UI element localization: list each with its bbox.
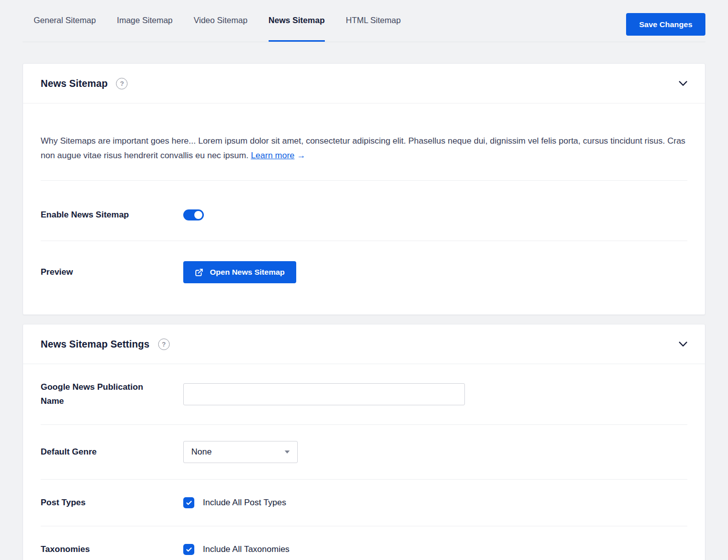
- include-all-post-types-label[interactable]: Include All Post Types: [203, 498, 286, 508]
- default-genre-select[interactable]: None: [183, 441, 298, 463]
- include-all-taxonomies-checkbox[interactable]: [183, 544, 194, 555]
- setting-row-post-types: Post Types Include All Post Types: [41, 480, 687, 526]
- post-types-label: Post Types: [41, 496, 183, 510]
- tab-video-sitemap[interactable]: Video Sitemap: [194, 0, 248, 42]
- sitemap-description: Why Sitemaps are important goes here... …: [41, 112, 687, 181]
- card-title: News Sitemap: [41, 78, 107, 89]
- toggle-knob: [194, 211, 202, 219]
- publication-name-label: Google News Publication Name: [41, 380, 183, 408]
- open-news-sitemap-button-label: Open News Sitemap: [210, 268, 285, 277]
- enable-news-sitemap-label: Enable News Sitemap: [41, 208, 183, 222]
- tab-news-sitemap[interactable]: News Sitemap: [269, 0, 325, 42]
- default-genre-selected-value: None: [191, 447, 212, 457]
- enable-news-sitemap-toggle[interactable]: [183, 209, 204, 220]
- description-text: Why Sitemaps are important goes here... …: [41, 136, 685, 160]
- tab-html-sitemap[interactable]: HTML Sitemap: [346, 0, 401, 42]
- setting-row-default-genre: Default Genre None: [41, 425, 687, 480]
- check-icon: [186, 546, 192, 553]
- news-sitemap-card-header: News Sitemap ?: [23, 64, 705, 103]
- tab-general-sitemap[interactable]: General Sitemap: [34, 0, 96, 42]
- save-changes-button[interactable]: Save Changes: [626, 13, 705, 36]
- default-genre-label: Default Genre: [41, 445, 183, 459]
- open-news-sitemap-button[interactable]: Open News Sitemap: [183, 261, 296, 283]
- card-title: News Sitemap Settings: [41, 339, 150, 350]
- publication-name-input[interactable]: [183, 383, 465, 405]
- preview-row: Preview Open News Sitemap: [41, 241, 687, 314]
- settings-card-body: Google News Publication Name Default Gen…: [23, 364, 705, 560]
- news-sitemap-card-body: Why Sitemaps are important goes here... …: [23, 112, 705, 314]
- sitemap-tabs: General Sitemap Image Sitemap Video Site…: [23, 0, 705, 42]
- setting-row-publication-name: Google News Publication Name: [41, 364, 687, 425]
- taxonomies-label: Taxonomies: [41, 542, 183, 556]
- learn-more-link[interactable]: Learn more: [251, 151, 295, 160]
- news-sitemap-settings-card: News Sitemap Settings ? Google News Publ…: [23, 324, 705, 560]
- chevron-down-icon[interactable]: [679, 81, 687, 86]
- settings-card-header: News Sitemap Settings ?: [23, 324, 705, 364]
- page-container: General Sitemap Image Sitemap Video Site…: [0, 0, 728, 560]
- enable-news-sitemap-row: Enable News Sitemap: [41, 189, 687, 241]
- preview-label: Preview: [41, 265, 183, 279]
- news-sitemap-card: News Sitemap ? Why Sitemaps are importan…: [23, 63, 705, 315]
- include-all-taxonomies-label[interactable]: Include All Taxonomies: [203, 544, 290, 554]
- arrow-right-icon: →: [297, 151, 306, 160]
- chevron-down-icon[interactable]: [679, 342, 687, 347]
- external-link-icon: [195, 268, 203, 277]
- question-circle-icon[interactable]: ?: [116, 78, 128, 89]
- tab-image-sitemap[interactable]: Image Sitemap: [117, 0, 173, 42]
- check-icon: [186, 500, 192, 506]
- setting-row-taxonomies: Taxonomies Include All Taxonomies: [41, 526, 687, 560]
- include-all-post-types-checkbox[interactable]: [183, 497, 194, 508]
- question-circle-icon[interactable]: ?: [158, 339, 170, 350]
- chevron-down-icon: [285, 451, 290, 454]
